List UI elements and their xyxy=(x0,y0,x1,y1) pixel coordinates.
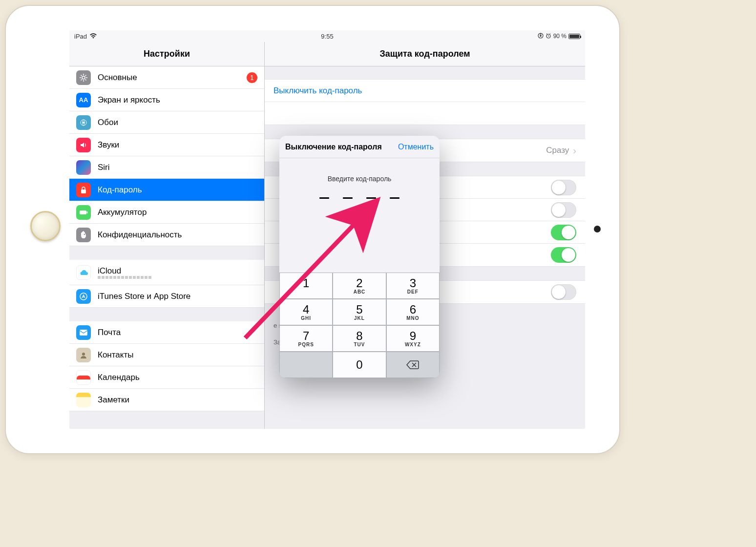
lock-icon xyxy=(76,183,91,197)
pin-digit xyxy=(319,197,329,199)
hand-icon xyxy=(76,228,91,242)
key-5[interactable]: 5JKL xyxy=(333,299,386,325)
toggle-switch[interactable] xyxy=(551,202,576,218)
sidebar-item-label: Контакты xyxy=(98,350,133,360)
sidebar-item-label: Siri xyxy=(98,163,110,172)
passcode-modal: Выключение код-пароля Отменить Введите к… xyxy=(279,136,440,378)
sidebar-item-label: Заметки xyxy=(98,395,129,405)
key-2[interactable]: 2ABC xyxy=(333,273,386,299)
sidebar-item-sounds[interactable]: Звуки xyxy=(69,134,264,156)
sidebar-item-display[interactable]: AA Экран и яркость xyxy=(69,89,264,111)
turn-off-passcode-button[interactable]: Выключить код-пароль xyxy=(265,80,585,102)
battery-settings-icon xyxy=(76,205,91,220)
sidebar-item-siri[interactable]: Siri xyxy=(69,156,264,179)
battery-percent: 90 % xyxy=(553,33,567,40)
key-blank xyxy=(279,352,333,378)
toggle-switch[interactable] xyxy=(551,247,576,263)
settings-title: Настройки xyxy=(69,42,265,66)
sidebar-item-privacy[interactable]: Конфиденциальность xyxy=(69,224,264,246)
rotation-lock-icon xyxy=(538,33,544,40)
toggle-switch[interactable] xyxy=(551,284,576,300)
contacts-icon xyxy=(76,348,91,362)
sidebar-item-notes[interactable]: Заметки xyxy=(69,389,264,411)
sidebar-item-label: Экран и яркость xyxy=(98,95,160,105)
sidebar-item-label: iTunes Store и App Store xyxy=(98,292,190,301)
sidebar-item-label: Почта xyxy=(98,328,121,337)
sidebar-item-wallpaper[interactable]: Обои xyxy=(69,111,264,134)
sidebar-item-calendar[interactable]: Календарь xyxy=(69,366,264,389)
passcode-field[interactable] xyxy=(279,197,440,199)
key-backspace[interactable] xyxy=(386,352,440,378)
wallpaper-icon xyxy=(76,115,91,130)
siri-icon xyxy=(76,160,91,175)
mail-icon xyxy=(76,325,91,340)
svg-point-5 xyxy=(83,122,84,124)
svg-rect-8 xyxy=(87,211,88,213)
sidebar-item-label: Календарь xyxy=(98,373,140,382)
svg-rect-10 xyxy=(80,330,87,336)
pin-digit xyxy=(343,197,353,199)
cloud-icon xyxy=(76,265,91,280)
sidebar-item-label: Основные xyxy=(98,73,137,83)
svg-rect-6 xyxy=(81,189,86,193)
svg-point-11 xyxy=(82,353,85,356)
toggle-switch[interactable] xyxy=(551,225,576,240)
pin-digit xyxy=(390,197,399,199)
enter-passcode-prompt: Введите код-пароль xyxy=(279,175,440,183)
require-passcode-value: Сразу xyxy=(546,146,569,155)
key-6[interactable]: 6MNO xyxy=(386,299,440,325)
sidebar-item-label: iCloud xyxy=(98,266,151,276)
sidebar-item-label: Код-пароль xyxy=(98,185,142,195)
header-row: Настройки Защита код-паролем xyxy=(69,42,585,66)
chevron-right-icon: › xyxy=(573,145,576,156)
modal-title: Выключение код-пароля xyxy=(285,143,398,151)
sidebar-item-icloud[interactable]: iCloud xyxy=(69,260,264,285)
sidebar-item-label: Конфиденциальность xyxy=(98,230,182,240)
home-button[interactable] xyxy=(30,211,61,241)
ipad-frame: iPad 9:55 90 % Настройки Защита код-паро… xyxy=(5,5,620,454)
sidebar-item-contacts[interactable]: Контакты xyxy=(69,344,264,366)
sidebar-item-general[interactable]: Основные 1 xyxy=(69,66,264,89)
key-7[interactable]: 7PQRS xyxy=(279,325,333,352)
svg-rect-1 xyxy=(540,35,541,37)
sidebar-item-battery[interactable]: Аккумулятор xyxy=(69,201,264,224)
wifi-icon xyxy=(90,33,97,39)
sidebar-item-label: Звуки xyxy=(98,140,119,150)
status-bar: iPad 9:55 90 % xyxy=(69,30,585,42)
key-9[interactable]: 9WXYZ xyxy=(386,325,440,352)
svg-rect-7 xyxy=(80,210,86,214)
pin-digit xyxy=(366,197,376,199)
detail-title: Защита код-паролем xyxy=(265,42,585,66)
key-0[interactable]: 0 xyxy=(333,352,386,378)
clock: 9:55 xyxy=(321,33,333,40)
device-label: iPad xyxy=(74,33,87,40)
sidebar-item-passcode[interactable]: Код-пароль xyxy=(69,179,264,201)
front-camera xyxy=(594,226,601,232)
icloud-account-redacted xyxy=(98,276,151,279)
settings-sidebar: Основные 1 AA Экран и яркость Обои Звуки xyxy=(69,66,265,429)
battery-icon xyxy=(568,34,580,39)
backspace-icon xyxy=(406,360,420,370)
sidebar-item-mail[interactable]: Почта xyxy=(69,321,264,344)
key-3[interactable]: 3DEF xyxy=(386,273,440,299)
gear-icon xyxy=(76,70,91,85)
svg-point-3 xyxy=(82,76,85,79)
key-4[interactable]: 4GHI xyxy=(279,299,333,325)
sidebar-item-label: Обои xyxy=(98,118,118,127)
display-icon: AA xyxy=(76,93,91,107)
sidebar-item-appstore[interactable]: iTunes Store и App Store xyxy=(69,285,264,308)
toggle-switch[interactable] xyxy=(551,180,576,195)
appstore-icon xyxy=(76,289,91,304)
notes-icon xyxy=(76,393,91,407)
speaker-icon xyxy=(76,138,91,152)
calendar-icon xyxy=(76,370,91,385)
numeric-keypad: 1 2ABC 3DEF 4GHI 5JKL 6MNO 7PQRS 8TUV 9W… xyxy=(279,273,440,378)
key-1[interactable]: 1 xyxy=(279,273,333,299)
svg-point-9 xyxy=(80,293,87,300)
cancel-button[interactable]: Отменить xyxy=(398,143,434,151)
key-8[interactable]: 8TUV xyxy=(333,325,386,352)
screen: iPad 9:55 90 % Настройки Защита код-паро… xyxy=(69,30,585,429)
change-passcode-row[interactable] xyxy=(265,102,585,125)
sidebar-item-label: Аккумулятор xyxy=(98,208,147,217)
notification-badge: 1 xyxy=(247,72,257,83)
